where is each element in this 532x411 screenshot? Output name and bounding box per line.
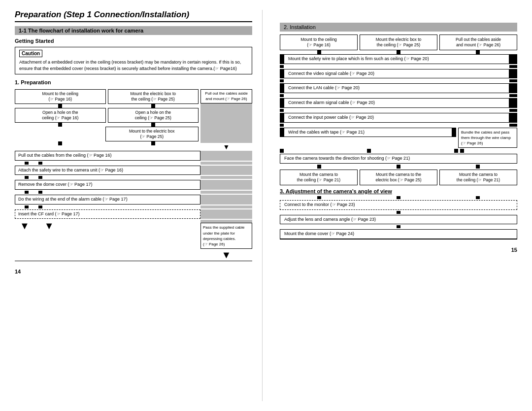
flow-pass-cable-side: Pass the supplied cableunder the plate f… bbox=[200, 223, 252, 249]
flow-open-hole-left: Open a hole on theceiling (☞ Page 16) bbox=[15, 108, 106, 123]
install-lan-cable: Connect the LAN cable (☞ Page 20) bbox=[284, 83, 509, 93]
installation-header: 2. Installation bbox=[280, 23, 517, 32]
section-header: 1-1 The flowchart of installation work f… bbox=[15, 26, 252, 35]
adj-connect-monitor: Connect to the monitor (☞ Page 23) bbox=[280, 200, 517, 210]
caution-label: Caution bbox=[19, 50, 42, 57]
getting-started-title: Getting Started bbox=[15, 38, 252, 44]
arrow-down-side2: ▼ bbox=[200, 250, 252, 260]
install-bundle: Bundle the cables and pass them through … bbox=[458, 128, 517, 148]
adj-mount-dome: Mount the dome cover (☞ Page 24) bbox=[280, 229, 517, 239]
install-safety-wire: Mount the safety wire to place which is … bbox=[284, 54, 509, 64]
install-mount-electric: Mount the electric box tothe ceiling (☞ … bbox=[360, 34, 437, 50]
install-input-power: Connect the input power cable (☞ Page 20… bbox=[284, 113, 509, 123]
adjustment-title: 3. Adjustment of the camera's angle of v… bbox=[280, 188, 517, 194]
install-flowchart: Mount to the ceiling(☞ Page 16) Mount th… bbox=[280, 34, 517, 239]
install-alarm-signal: Connect the alarm signal cable (☞ Page 2… bbox=[284, 98, 509, 108]
install-mount-camera-ceiling: Mount the camera tothe ceiling (☞ Page 2… bbox=[280, 170, 358, 185]
flow-pull-cables: Pull out the cables from the ceiling (☞ … bbox=[15, 151, 200, 161]
adjustment-flow: Connect to the monitor (☞ Page 23) Adjus… bbox=[280, 196, 517, 239]
arrow-down-2: ▼ bbox=[44, 221, 54, 231]
arrow-down-1: ▼ bbox=[20, 221, 30, 231]
caution-box: Caution Attachment of a embedded cover i… bbox=[15, 47, 252, 74]
arrow-down-side: ▼ bbox=[200, 143, 252, 150]
flow-open-hole-right: Open a hole on theceiling (☞ Page 25) bbox=[108, 108, 199, 123]
install-top-row: Mount to the ceiling(☞ Page 16) Mount th… bbox=[280, 34, 517, 50]
install-face-camera: Face the camera towards the direction fo… bbox=[280, 154, 517, 164]
flow-remove-dome: Remove the dome cover (☞ Page 17) bbox=[15, 180, 200, 190]
flow-mount-ceiling: Mount to the ceiling(☞ Page 16) bbox=[15, 89, 106, 104]
flow-pull-cables-side: Pull out the cables asideand mount (☞ Pa… bbox=[200, 89, 252, 103]
install-mount-camera-electric: Mount the camera to theelectric box (☞ P… bbox=[360, 170, 437, 185]
flow-mount-electric: Mount the electric box tothe ceiling (☞ … bbox=[108, 89, 199, 104]
right-page-number: 15 bbox=[511, 247, 517, 253]
left-page: Preparation (Step 1 Connection/Installat… bbox=[15, 10, 263, 401]
prep-title: 1. Preparation bbox=[15, 79, 252, 85]
left-page-number: 14 bbox=[15, 269, 21, 274]
install-bottom-row: Mount the camera tothe ceiling (☞ Page 2… bbox=[280, 170, 517, 185]
install-pull-cables: Pull out the cables asideand mount (☞ Pa… bbox=[439, 34, 517, 50]
install-video-signal: Connect the video signal cable (☞ Page 2… bbox=[284, 69, 509, 79]
right-page: 2. Installation Mount to the ceiling(☞ P… bbox=[277, 10, 517, 401]
flow-mount-electric-box: Mount to the electric box(☞ Page 25) bbox=[105, 127, 199, 141]
installation-title: 2. Installation bbox=[284, 24, 316, 30]
prep-flowchart: Mount to the ceiling(☞ Page 16) Mount th… bbox=[15, 89, 252, 261]
caution-text: Attachment of a embedded cover in the ce… bbox=[19, 59, 248, 71]
flow-alarm-wiring: Do the wiring at the end of the alarm ca… bbox=[15, 195, 200, 205]
adj-lens-angle: Adjust the lens and camera angle (☞ Page… bbox=[280, 215, 517, 225]
install-mount-camera-ceiling2: Mount the camera tothe ceiling (☞ Page 2… bbox=[439, 170, 517, 185]
flow-safety-wire: Attach the safety wire to the camera uni… bbox=[15, 166, 200, 175]
install-wind-cables: Wind the cables with tape (☞ Page 21) bbox=[284, 128, 452, 137]
page-title: Preparation (Step 1 Connection/Installat… bbox=[15, 10, 252, 22]
flow-cf-card: Insert the CF card (☞ Page 17) bbox=[15, 209, 200, 219]
install-mount-ceiling: Mount to the ceiling(☞ Page 16) bbox=[280, 34, 358, 50]
